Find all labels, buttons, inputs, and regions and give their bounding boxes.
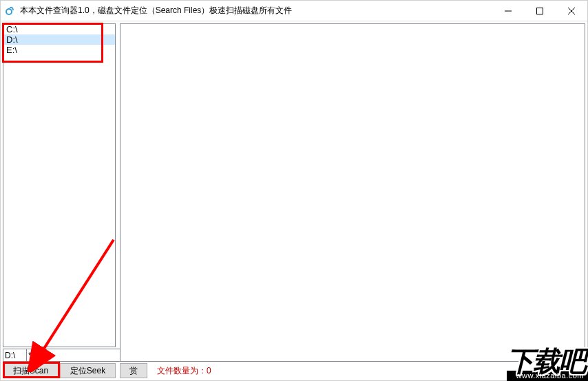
drive-item[interactable]: D:\ xyxy=(3,34,115,45)
minimize-button[interactable] xyxy=(492,1,524,21)
window-controls xyxy=(492,1,587,21)
status-row: 赏 文件数量为：0 xyxy=(120,363,585,378)
filter-input[interactable] xyxy=(27,349,134,362)
left-pane: C:\ D:\ E:\ 扫描Scan 定位Seek xyxy=(3,23,116,378)
file-count-label: 文件数量为：0 xyxy=(157,365,211,377)
reward-button[interactable]: 赏 xyxy=(120,363,147,378)
seek-button[interactable]: 定位Seek xyxy=(60,363,116,378)
window-title: 本本文件查询器1.0，磁盘文件定位（Search Files）极速扫描磁盘所有文… xyxy=(20,5,492,17)
results-list[interactable] xyxy=(120,23,585,362)
action-button-row: 扫描Scan 定位Seek xyxy=(3,363,116,378)
drive-item[interactable]: E:\ xyxy=(3,45,115,55)
path-filter-row xyxy=(3,349,116,362)
close-button[interactable] xyxy=(556,1,587,21)
app-icon xyxy=(5,6,16,17)
drive-list[interactable]: C:\ D:\ E:\ xyxy=(3,23,116,347)
app-window: 本本文件查询器1.0，磁盘文件定位（Search Files）极速扫描磁盘所有文… xyxy=(0,0,588,381)
maximize-button[interactable] xyxy=(524,1,556,21)
titlebar[interactable]: 本本文件查询器1.0，磁盘文件定位（Search Files）极速扫描磁盘所有文… xyxy=(1,1,587,21)
right-pane: 赏 文件数量为：0 xyxy=(120,23,585,378)
scan-button[interactable]: 扫描Scan xyxy=(3,363,59,378)
client-area: C:\ D:\ E:\ 扫描Scan 定位Seek 赏 文件数量为：0 xyxy=(1,21,587,380)
drive-item[interactable]: C:\ xyxy=(3,24,115,34)
path-input[interactable] xyxy=(3,349,27,362)
svg-rect-1 xyxy=(537,8,543,14)
svg-point-0 xyxy=(6,9,12,14)
